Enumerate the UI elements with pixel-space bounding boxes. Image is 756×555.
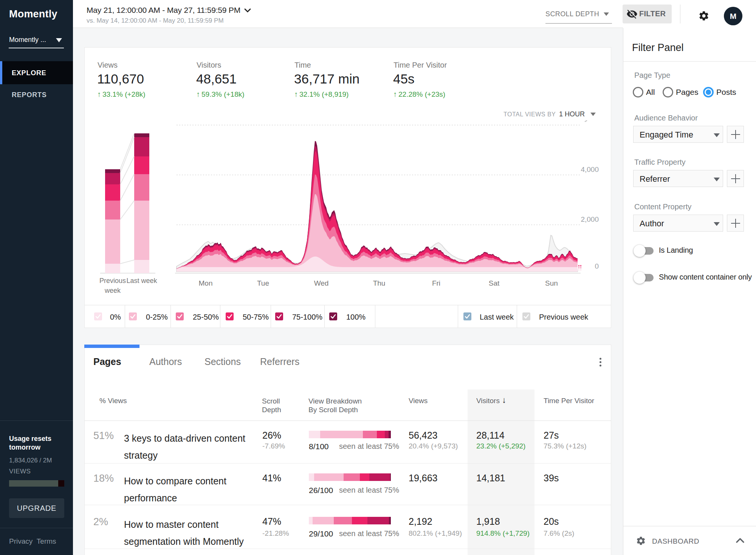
svg-text:week: week <box>104 287 121 294</box>
svg-text:4,000: 4,000 <box>581 165 599 173</box>
svg-text:0: 0 <box>595 262 599 270</box>
svg-text:Sun: Sun <box>545 279 558 287</box>
svg-text:2,000: 2,000 <box>581 215 599 223</box>
svg-text:Last week: Last week <box>126 277 157 284</box>
svg-text:Mon: Mon <box>199 279 213 287</box>
svg-text:Fri: Fri <box>432 279 440 287</box>
svg-text:Tue: Tue <box>257 279 269 287</box>
svg-text:Sat: Sat <box>489 279 500 287</box>
svg-text:Thu: Thu <box>373 279 386 287</box>
svg-text:Previous: Previous <box>99 277 126 284</box>
svg-text:Wed: Wed <box>314 279 329 287</box>
